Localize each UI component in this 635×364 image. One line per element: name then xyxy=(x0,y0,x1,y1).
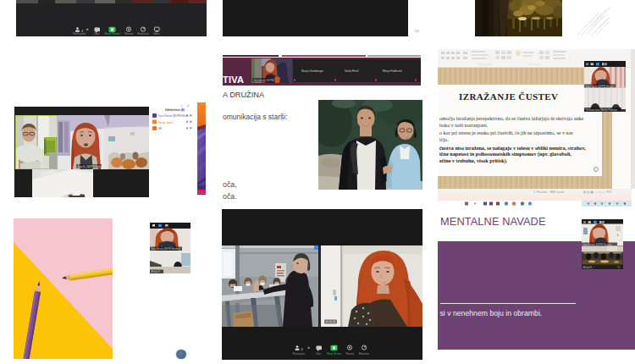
svg-text:Osnovna šola | Mreža Podravje: Osnovna šola | Mreža Podravje xyxy=(585,108,617,111)
svg-text:Drawing: Drawing xyxy=(529,63,540,66)
svg-text:Sara N. | MZPM Maribor: Sara N. | MZPM Maribor xyxy=(78,165,103,168)
svg-text:4: 4 xyxy=(301,347,304,351)
svg-text:Sara Novak (MZPM Maribor): Sara Novak (MZPM Maribor) xyxy=(583,242,611,245)
svg-text:Sara Novak (MZPM Marib..: Sara Novak (MZPM Marib.. xyxy=(158,114,190,118)
svg-text:Reactions: Reactions xyxy=(359,352,370,356)
svg-text:SK: SK xyxy=(158,127,163,130)
svg-text:Sara Novak (MZPM Maribor): Sara Novak (MZPM Maribor) xyxy=(152,247,180,251)
svg-text:74: 74 xyxy=(617,266,620,269)
svg-text:Sara Novak (MZPM): Sara Novak (MZPM) xyxy=(254,79,275,82)
svg-text:Share Screen: Share Screen xyxy=(327,352,342,356)
svg-text:Chat: Chat xyxy=(316,352,321,356)
svg-text:Participants: Participants xyxy=(293,352,306,356)
svg-text:Mreža P..: Mreža P.. xyxy=(583,266,592,269)
svg-text:Nastja (gost): Nastja (gost) xyxy=(158,121,174,124)
svg-text:Mreža P..: Mreža P.. xyxy=(152,270,161,273)
svg-text:Paragraph: Paragraph xyxy=(478,63,493,66)
svg-text:Record: Record xyxy=(345,352,353,356)
svg-text:Sara Novak (MZPM Maribor): Sara Novak (MZPM Maribor) xyxy=(585,84,614,87)
